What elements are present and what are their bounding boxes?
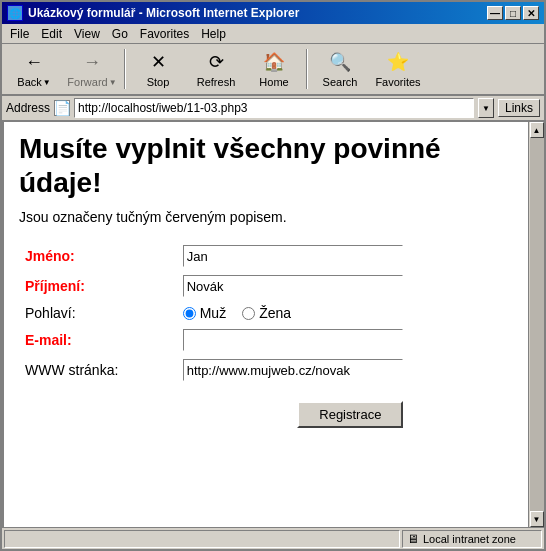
scrollbar-track[interactable] bbox=[530, 138, 544, 511]
close-button[interactable]: ✕ bbox=[523, 6, 539, 20]
email-input[interactable] bbox=[183, 329, 403, 351]
table-row: Registrace bbox=[19, 385, 524, 432]
back-button[interactable]: ← Back ▼ bbox=[6, 46, 62, 92]
menu-view[interactable]: View bbox=[68, 25, 106, 43]
table-row: WWW stránka: bbox=[19, 355, 524, 385]
favorites-icon: ⭐ bbox=[386, 50, 410, 74]
registration-form: Jméno: Příjmení: Pohlaví: Muž bbox=[19, 241, 524, 432]
address-dropdown[interactable]: ▼ bbox=[478, 98, 494, 118]
page-heading: Musíte vyplnit všechny povinné údaje! bbox=[19, 132, 524, 199]
back-label: Back bbox=[17, 76, 41, 88]
page-icon: 📄 bbox=[54, 100, 70, 116]
muz-radio[interactable] bbox=[183, 307, 196, 320]
stop-icon: ✕ bbox=[146, 50, 170, 74]
menu-favorites[interactable]: Favorites bbox=[134, 25, 195, 43]
www-input[interactable] bbox=[183, 359, 403, 381]
title-buttons: — □ ✕ bbox=[487, 6, 539, 20]
email-label: E-mail: bbox=[25, 332, 72, 348]
menu-edit[interactable]: Edit bbox=[35, 25, 68, 43]
ie-window: 🌐 Ukázkový formulář - Microsoft Internet… bbox=[0, 0, 546, 551]
home-icon: 🏠 bbox=[262, 50, 286, 74]
search-icon: 🔍 bbox=[328, 50, 352, 74]
links-button[interactable]: Links bbox=[498, 99, 540, 117]
content-area: Musíte vyplnit všechny povinné údaje! Js… bbox=[2, 122, 544, 527]
favorites-label: Favorites bbox=[375, 76, 420, 88]
jmeno-label: Jméno: bbox=[25, 248, 75, 264]
toolbar-separator-1 bbox=[124, 49, 126, 89]
address-label: Address bbox=[6, 101, 50, 115]
stop-label: Stop bbox=[147, 76, 170, 88]
status-left bbox=[4, 530, 400, 548]
back-icon: ← bbox=[22, 50, 46, 74]
muz-radio-label[interactable]: Muž bbox=[183, 305, 226, 321]
www-label: WWW stránka: bbox=[25, 362, 118, 378]
window-icon: 🌐 bbox=[7, 5, 23, 21]
zena-radio[interactable] bbox=[242, 307, 255, 320]
title-bar-left: 🌐 Ukázkový formulář - Microsoft Internet… bbox=[7, 5, 299, 21]
zena-label: Žena bbox=[259, 305, 291, 321]
window-title: Ukázkový formulář - Microsoft Internet E… bbox=[28, 6, 299, 20]
home-label: Home bbox=[259, 76, 288, 88]
search-button[interactable]: 🔍 Search bbox=[312, 46, 368, 92]
status-zone-icon: 🖥 bbox=[407, 532, 419, 546]
scrollbar-up[interactable]: ▲ bbox=[530, 122, 544, 138]
minimize-button[interactable]: — bbox=[487, 6, 503, 20]
status-zone-text: Local intranet zone bbox=[423, 533, 516, 545]
forward-icon: → bbox=[80, 50, 104, 74]
maximize-button[interactable]: □ bbox=[505, 6, 521, 20]
table-row: Pohlaví: Muž Žena bbox=[19, 301, 524, 325]
table-row: Jméno: bbox=[19, 241, 524, 271]
address-bar: Address 📄 ▼ Links bbox=[2, 96, 544, 122]
prijmeni-label: Příjmení: bbox=[25, 278, 85, 294]
favorites-button[interactable]: ⭐ Favorites bbox=[370, 46, 426, 92]
title-bar: 🌐 Ukázkový formulář - Microsoft Internet… bbox=[2, 2, 544, 24]
refresh-label: Refresh bbox=[197, 76, 236, 88]
status-bar: 🖥 Local intranet zone bbox=[2, 527, 544, 549]
stop-button[interactable]: ✕ Stop bbox=[130, 46, 186, 92]
back-arrow: ▼ bbox=[43, 78, 51, 87]
muz-label: Muž bbox=[200, 305, 226, 321]
menu-file[interactable]: File bbox=[4, 25, 35, 43]
form-table: Jméno: Příjmení: Pohlaví: Muž bbox=[19, 241, 524, 432]
forward-arrow: ▼ bbox=[109, 78, 117, 87]
menu-go[interactable]: Go bbox=[106, 25, 134, 43]
address-input[interactable] bbox=[74, 98, 474, 118]
prijmeni-input[interactable] bbox=[183, 275, 403, 297]
refresh-icon: ⟳ bbox=[204, 50, 228, 74]
table-row: Příjmení: bbox=[19, 271, 524, 301]
jmeno-input[interactable] bbox=[183, 245, 403, 267]
forward-label: Forward bbox=[67, 76, 107, 88]
zena-radio-label[interactable]: Žena bbox=[242, 305, 291, 321]
scrollbar[interactable]: ▲ ▼ bbox=[528, 122, 544, 527]
toolbar: ← Back ▼ → Forward ▼ ✕ Stop ⟳ Refresh 🏠 … bbox=[2, 44, 544, 96]
pohlavi-label: Pohlaví: bbox=[25, 305, 76, 321]
home-button[interactable]: 🏠 Home bbox=[246, 46, 302, 92]
table-row: E-mail: bbox=[19, 325, 524, 355]
scrollbar-down[interactable]: ▼ bbox=[530, 511, 544, 527]
search-label: Search bbox=[323, 76, 358, 88]
refresh-button[interactable]: ⟳ Refresh bbox=[188, 46, 244, 92]
menu-help[interactable]: Help bbox=[195, 25, 232, 43]
menu-bar: File Edit View Go Favorites Help bbox=[2, 24, 544, 44]
submit-button[interactable]: Registrace bbox=[297, 401, 403, 428]
status-right: 🖥 Local intranet zone bbox=[402, 530, 542, 548]
forward-button[interactable]: → Forward ▼ bbox=[64, 46, 120, 92]
pohlavi-radio-group: Muž Žena bbox=[183, 305, 518, 321]
page-subtitle: Jsou označeny tučným červeným popisem. bbox=[19, 209, 524, 225]
toolbar-separator-2 bbox=[306, 49, 308, 89]
